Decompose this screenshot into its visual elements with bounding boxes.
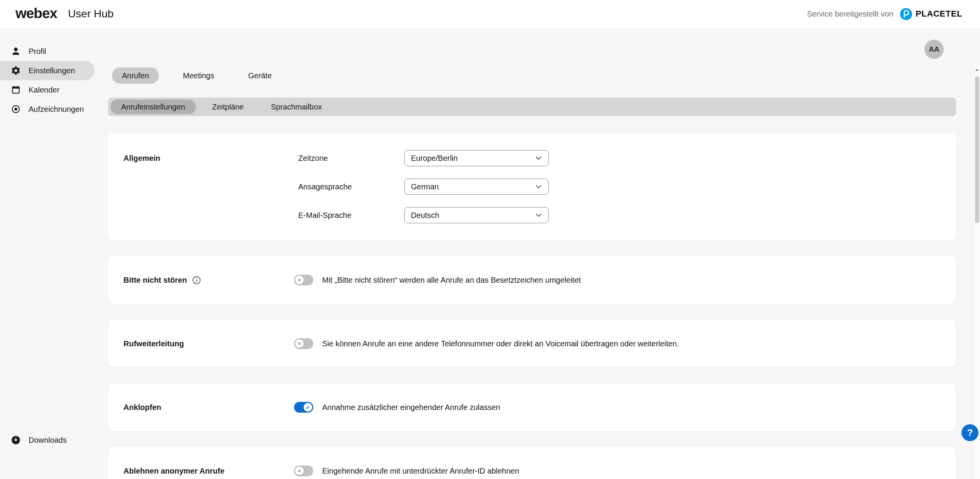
tab-meetings[interactable]: Meetings (173, 67, 224, 84)
call-forwarding-card: Rufweiterleitung ×✓ Sie können Anrufe an… (108, 320, 956, 368)
sidebar-item-label: Profil (29, 47, 46, 56)
tab-bar: Anrufen Meetings Geräte (112, 67, 956, 84)
setting-description: Eingehende Anrufe mit unterdrückter Anru… (322, 467, 519, 476)
app-header: webex User Hub Service bereitgestellt vo… (0, 0, 980, 28)
section-title-allgemein: Allgemein (123, 150, 298, 223)
setting-description: Sie können Anrufe an eine andere Telefon… (322, 339, 679, 348)
service-provider: Service bereitgestellt von PLACETEL (807, 8, 962, 20)
main-content: Anrufen Meetings Geräte Anrufeinstellung… (95, 28, 980, 479)
scrollbar[interactable] (973, 66, 980, 479)
email-language-select[interactable]: Deutsch (404, 207, 549, 223)
gear-icon (11, 66, 21, 76)
subtab-sprachmailbox[interactable]: Sprachmailbox (260, 100, 333, 114)
form-row-zeitzone: Zeitzone Europe/Berlin (298, 150, 549, 166)
help-button[interactable]: ? (961, 424, 978, 441)
sidebar-item-einstellungen[interactable]: Einstellungen (0, 61, 95, 80)
form-row-email-sprache: E-Mail-Sprache Deutsch (298, 207, 549, 223)
subtab-bar: Anrufeinstellungen Zeitpläne Sprachmailb… (108, 98, 956, 116)
form-row-ansagesprache: Ansagesprache German (298, 179, 549, 195)
chevron-down-icon (535, 154, 542, 162)
dnd-toggle[interactable]: ×✓ (294, 275, 313, 285)
sidebar-item-label: Aufzeichnungen (29, 105, 84, 114)
general-settings-card: Allgemein Zeitzone Europe/Berlin Ansages… (108, 133, 956, 240)
toggle-knob: ×✓ (295, 467, 304, 475)
service-provider-text: Service bereitgestellt von (807, 10, 893, 19)
scrollbar-thumb[interactable] (975, 76, 979, 223)
general-form: Zeitzone Europe/Berlin Ansagesprache Ger… (298, 150, 549, 223)
subtab-zeitplaene[interactable]: Zeitpläne (201, 100, 255, 114)
setting-title: Bitte nicht stören (123, 276, 294, 285)
toggle-knob: ×✓ (295, 339, 304, 348)
select-value: German (411, 182, 439, 191)
avatar[interactable]: AA (924, 40, 944, 59)
setting-title-text: Ablehnen anonymer Anrufe (123, 467, 225, 476)
webex-logo[interactable]: webex (15, 5, 57, 23)
call-forwarding-toggle[interactable]: ×✓ (294, 338, 313, 349)
sidebar-item-label: Einstellungen (29, 66, 75, 75)
calendar-icon (11, 85, 21, 95)
placetel-logo: PLACETEL (900, 8, 962, 20)
sidebar-item-label: Downloads (29, 436, 67, 445)
setting-title-text: Bitte nicht stören (123, 276, 187, 285)
check-icon: ✓ (306, 404, 310, 410)
field-label: Zeitzone (298, 154, 404, 163)
subtab-anrufeinstellungen[interactable]: Anrufeinstellungen (110, 100, 196, 114)
download-icon (11, 435, 21, 445)
chevron-down-icon (535, 211, 542, 219)
anonymous-call-rejection-card: Ablehnen anonymer Anrufe ×✓ Eingehende A… (108, 447, 956, 479)
setting-title-text: Rufweiterleitung (123, 339, 184, 348)
sidebar-item-aufzeichnungen[interactable]: Aufzeichnungen (0, 100, 95, 119)
field-label: E-Mail-Sprache (298, 211, 404, 220)
select-value: Deutsch (411, 211, 439, 220)
setting-description: Mit „Bitte nicht stören“ werden alle Anr… (322, 276, 581, 285)
setting-title: Ablehnen anonymer Anrufe (123, 467, 294, 476)
toggle-knob: ×✓ (304, 403, 312, 412)
x-icon: × (298, 341, 301, 347)
sidebar-item-profil[interactable]: Profil (0, 42, 95, 61)
sidebar: Profil Einstellungen Kalender Aufzeichnu… (0, 28, 95, 479)
scroll-up-arrow-icon[interactable] (975, 68, 979, 71)
toggle-knob: ×✓ (295, 276, 304, 284)
sidebar-item-kalender[interactable]: Kalender (0, 80, 95, 100)
placetel-mark-icon (900, 8, 912, 20)
tab-geraete[interactable]: Geräte (238, 67, 282, 84)
call-waiting-toggle[interactable]: ×✓ (294, 402, 313, 413)
record-icon (11, 104, 21, 114)
announcement-language-select[interactable]: German (404, 179, 549, 195)
anonymous-call-rejection-toggle[interactable]: ×✓ (294, 466, 313, 476)
brand: webex User Hub (15, 5, 113, 23)
info-icon[interactable] (192, 276, 201, 285)
timezone-select[interactable]: Europe/Berlin (404, 150, 549, 166)
sidebar-item-downloads[interactable]: Downloads (0, 430, 95, 450)
setting-title: Anklopfen (123, 403, 294, 412)
x-icon: × (298, 277, 301, 283)
sidebar-item-label: Kalender (29, 86, 59, 94)
call-waiting-card: Anklopfen ×✓ Annahme zusätzlicher eingeh… (108, 383, 956, 431)
setting-description: Annahme zusätzlicher eingehender Anrufe … (322, 403, 500, 412)
dnd-card: Bitte nicht stören ×✓ Mit „Bitte nicht s… (108, 256, 956, 304)
page-title: User Hub (68, 8, 113, 20)
setting-title-text: Anklopfen (123, 403, 161, 412)
chevron-down-icon (535, 183, 542, 191)
placetel-wordmark: PLACETEL (916, 9, 962, 19)
select-value: Europe/Berlin (411, 154, 458, 163)
setting-title: Rufweiterleitung (123, 339, 294, 348)
tab-anrufen[interactable]: Anrufen (112, 67, 159, 84)
x-icon: × (298, 468, 301, 474)
field-label: Ansagesprache (298, 182, 404, 191)
person-icon (11, 46, 21, 56)
